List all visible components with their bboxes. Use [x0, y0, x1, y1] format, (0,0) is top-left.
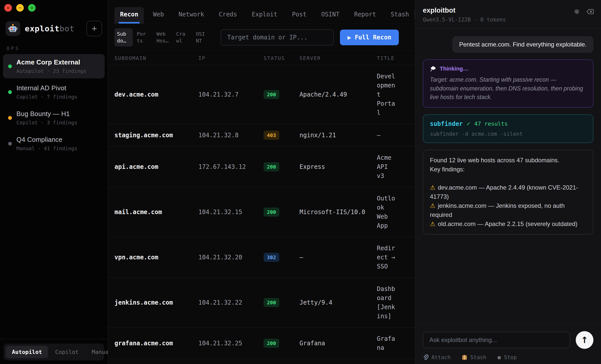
tab-recon[interactable]: Recon: [114, 7, 144, 24]
attach-button[interactable]: Attach: [423, 354, 451, 360]
chat-model-info: Qwen3.5-VL-122B · 0 tokens: [423, 17, 593, 23]
subtab-crawl[interactable]: Cra wl: [174, 28, 192, 47]
op-name: Internal AD Pivot: [16, 84, 77, 92]
subdomains-table: SUBDOMAIN IP STATUS SERVER TITLE dev.acm…: [108, 51, 415, 364]
mode-tab-copilot[interactable]: Copilot: [49, 346, 85, 358]
table-row-grafana[interactable]: grafana.acme.com 104.21.32.25 200 Grafan…: [108, 328, 415, 359]
op-item-internal-ad-pivot[interactable]: Internal AD Pivot Copilot · 7 findings: [3, 80, 105, 104]
status-dot-icon: [8, 90, 12, 94]
window-minimize-button[interactable]: −: [16, 4, 24, 12]
table-row-dev[interactable]: dev.acme.com 104.21.32.7 200 Apache/2.4.…: [108, 65, 415, 124]
subtab-osint[interactable]: OSI NT: [193, 28, 212, 47]
tab-osint[interactable]: OSINT: [316, 7, 345, 24]
table-row-mail[interactable]: mail.acme.com 104.21.32.15 200 Microsoft…: [108, 187, 415, 237]
column-status: STATUS: [264, 55, 299, 61]
subtab-subdomains[interactable]: Sub do…: [114, 28, 133, 47]
check-icon: ✓: [466, 121, 471, 127]
tab-exploit[interactable]: Exploit: [246, 7, 283, 24]
tool-result-count: 47 results: [474, 121, 508, 127]
findings-list: ⚠dev.acme.com — Apache 2.4.49 (known CVE…: [430, 183, 586, 229]
assistant-line: Found 12 live web hosts across 47 subdom…: [430, 156, 586, 165]
mode-tab-autopilot[interactable]: Autopilot: [6, 346, 48, 358]
status-dot-icon: [8, 142, 12, 146]
status-badge: 200: [264, 208, 279, 217]
table-row-staging[interactable]: staging.acme.com 104.21.32.8 403 nginx/1…: [108, 124, 415, 147]
op-name: Acme Corp External: [16, 58, 86, 66]
chat-input-area: ↑ Attach Stash: [415, 324, 601, 364]
status-badge: 200: [264, 298, 279, 307]
assistant-line: Key findings:: [430, 165, 586, 174]
paperclip-icon: [423, 354, 428, 360]
finding-line: ⚠jenkins.acme.com — Jenkins exposed, no …: [430, 201, 586, 219]
subtab-web-hosts[interactable]: Web Hos…: [154, 28, 172, 47]
column-subdomain: SUBDOMAIN: [108, 55, 198, 61]
subtab-ports[interactable]: Por ts: [134, 28, 152, 47]
tab-stash[interactable]: Stash: [385, 7, 414, 24]
window-close-button[interactable]: ×: [4, 4, 12, 12]
chat-messages: Pentest acme.com. Find everything exploi…: [415, 29, 601, 324]
full-recon-button[interactable]: ▶ Full Recon: [340, 30, 399, 45]
column-server: SERVER: [299, 55, 377, 61]
arrow-up-icon: ↑: [581, 336, 588, 344]
status-badge: 403: [264, 131, 279, 140]
tab-web[interactable]: Web: [147, 7, 169, 24]
chat-settings-button[interactable]: [574, 9, 580, 15]
warning-icon: ⚠: [430, 220, 435, 228]
tab-creds[interactable]: Creds: [213, 7, 243, 24]
op-item-q4-compliance[interactable]: Q4 Compliance Manual · 41 findings: [3, 131, 105, 156]
finding-line: ⚠dev.acme.com — Apache 2.4.49 (known CVE…: [430, 183, 586, 201]
op-meta: Autopilot · 23 findings: [16, 68, 86, 74]
op-meta: Copilot · 3 findings: [16, 120, 77, 126]
tab-post[interactable]: Post: [286, 7, 312, 24]
assistant-message-card: Found 12 live web hosts across 47 subdom…: [423, 150, 593, 235]
warning-icon: ⚠: [430, 184, 435, 191]
clear-chat-button[interactable]: [586, 9, 594, 15]
minimize-icon: −: [18, 6, 22, 10]
thinking-text: Target: acme.com. Starting with passive …: [430, 75, 586, 102]
new-op-button[interactable]: +: [86, 21, 102, 36]
table-row-api[interactable]: api.acme.com 172.67.143.12 200 Express A…: [108, 147, 415, 187]
module-tabs: Recon Web Network Creds Exploit Post OSI…: [114, 7, 414, 24]
target-input[interactable]: [221, 29, 334, 46]
recon-toolbar: Sub do… Por ts Web Hos… Cra wl OSI NT ▶ …: [108, 24, 415, 51]
status-dot-icon: [8, 64, 12, 68]
send-button[interactable]: ↑: [576, 331, 593, 349]
thought-balloon-icon: [430, 65, 436, 72]
mode-bar: Autopilot Copilot Manual: [0, 339, 108, 364]
brand-header: exploitbot +: [0, 12, 108, 40]
column-ip: IP: [198, 55, 264, 61]
gear-icon: [574, 9, 580, 15]
stash-button[interactable]: Stash: [462, 354, 486, 360]
ops-list: Acme Corp External Autopilot · 23 findin…: [0, 54, 108, 156]
op-name: Bug Bounty — H1: [16, 110, 77, 118]
chat-input[interactable]: [423, 332, 570, 348]
table-header: SUBDOMAIN IP STATUS SERVER TITLE: [108, 51, 415, 65]
tab-network[interactable]: Network: [173, 7, 210, 24]
table-row-jenkins[interactable]: jenkins.acme.com 104.21.32.22 200 Jetty/…: [108, 278, 415, 328]
robot-avatar: [6, 21, 20, 36]
app-title: exploitbot: [25, 24, 75, 33]
ops-section-label: OPS: [0, 40, 108, 54]
stop-button[interactable]: ■ Stop: [497, 354, 517, 360]
thinking-label: Thinking…: [440, 65, 469, 72]
user-message-bubble: Pentest acme.com. Find everything exploi…: [452, 36, 593, 53]
window-zoom-button[interactable]: +: [28, 4, 36, 12]
table-row-old[interactable]: old.acme.com 104.21.32.30 200 Apache/2.2…: [108, 359, 415, 364]
op-item-bug-bounty-h1[interactable]: Bug Bounty — H1 Copilot · 3 findings: [3, 106, 105, 130]
tool-run-card: subfinder ✓ 47 results subfinder -d acme…: [423, 114, 593, 143]
op-name: Q4 Compliance: [16, 136, 77, 144]
table-row-vpn[interactable]: vpn.acme.com 104.21.32.20 302 – Redirect…: [108, 237, 415, 278]
warning-icon: ⚠: [430, 202, 435, 209]
thinking-card: Thinking… Target: acme.com. Starting wit…: [423, 59, 593, 108]
op-item-acme-corp-external[interactable]: Acme Corp External Autopilot · 23 findin…: [3, 54, 105, 78]
window-traffic-lights: × − +: [0, 0, 108, 12]
tab-report[interactable]: Report: [349, 7, 382, 24]
finding-line: ⚠old.acme.com — Apache 2.2.15 (severely …: [430, 219, 586, 229]
status-dot-icon: [8, 116, 12, 120]
status-badge: 302: [264, 253, 279, 262]
status-badge: 200: [264, 90, 279, 99]
plus-icon: +: [91, 25, 97, 32]
play-icon: ▶: [348, 35, 351, 40]
op-meta: Copilot · 7 findings: [16, 94, 77, 100]
stop-icon: ■: [497, 355, 501, 360]
